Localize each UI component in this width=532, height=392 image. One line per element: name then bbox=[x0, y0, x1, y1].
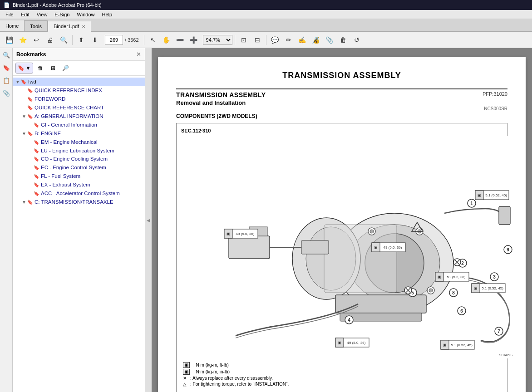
signature-button[interactable]: ✍ bbox=[296, 34, 309, 46]
svg-text:▣: ▣ bbox=[443, 343, 447, 347]
diagram-ref: SCIA6378E bbox=[499, 353, 512, 357]
find-button[interactable]: 🔍 bbox=[57, 34, 70, 46]
comment-button[interactable]: 💬 bbox=[269, 34, 281, 46]
zoom-select[interactable]: 94.7% 50% 75% 100% 125% 150% bbox=[203, 35, 232, 45]
zoom-out-button[interactable]: ➖ bbox=[174, 34, 187, 46]
panel-icon-pages[interactable]: 📋 bbox=[1, 75, 11, 85]
search-bookmark-button[interactable]: 🔎 bbox=[60, 63, 71, 74]
tab-binder[interactable]: Binder1.pdf ✕ bbox=[48, 21, 91, 32]
toggle-engine[interactable]: ▼ bbox=[21, 131, 27, 137]
page-number-input[interactable] bbox=[105, 35, 123, 45]
undo-button[interactable]: ↩ bbox=[30, 34, 43, 46]
bookmark-item-fwd[interactable]: ▼ 🔖 fwd bbox=[13, 78, 145, 86]
legend-symbol-2: ▣ bbox=[183, 369, 190, 375]
stamp-button[interactable]: 🔏 bbox=[310, 34, 322, 46]
menu-file[interactable]: File bbox=[2, 11, 17, 18]
app-icon: 📄 bbox=[4, 2, 10, 8]
bookmark-item-foreword[interactable]: 🔖 FOREWORD bbox=[13, 95, 145, 103]
bookmark-item-qri[interactable]: 🔖 QUICK REFERENCE INDEX bbox=[13, 86, 145, 95]
new-bookmark-combo[interactable]: 🔖 ▼ bbox=[15, 63, 33, 74]
bookmark-label-qri: QUICK REFERENCE INDEX bbox=[34, 87, 143, 94]
delete-bookmark-button[interactable]: 🗑 bbox=[35, 63, 46, 74]
tab-tools[interactable]: Tools bbox=[24, 20, 48, 31]
bookmark-label-co: CO - Engine Cooling System bbox=[41, 156, 143, 162]
sidebar-collapse-bar[interactable]: ◀ bbox=[145, 48, 152, 392]
panel-icon-search[interactable]: 🔍 bbox=[1, 50, 11, 60]
sec-label: SEC.112·310 bbox=[181, 128, 502, 133]
bookmark-item-qrc[interactable]: 🔖 QUICK REFERENCE CHART bbox=[13, 103, 145, 112]
svg-text:6: 6 bbox=[460, 309, 463, 314]
menu-bar: File Edit View E-Sign Window Help bbox=[0, 10, 532, 19]
prev-page-button[interactable]: ⬆ bbox=[75, 34, 88, 46]
bookmark-item-gen-info[interactable]: ▼ 🔖 A: GENERAL INFORMATION bbox=[13, 112, 145, 121]
bookmark-item-co[interactable]: 🔖 CO - Engine Cooling System bbox=[13, 155, 145, 163]
pdf-subtitle: Removal and Installation bbox=[176, 99, 507, 106]
attach-button[interactable]: 📎 bbox=[323, 34, 336, 46]
bookmark-item-gi[interactable]: 🔖 GI - General Information bbox=[13, 121, 145, 129]
bookmark-item-lu[interactable]: 🔖 LU - Engine Lubrication System bbox=[13, 147, 145, 155]
menu-help[interactable]: Help bbox=[99, 11, 116, 18]
menu-edit[interactable]: Edit bbox=[17, 11, 33, 18]
bookmark-item-trans[interactable]: ▼ 🔖 C: TRANSMISSION/TRANSAXLE bbox=[13, 198, 145, 206]
toolbar-sep-4 bbox=[266, 35, 266, 45]
svg-text:▣: ▣ bbox=[374, 245, 378, 250]
bookmark-button[interactable]: ⭐ bbox=[16, 34, 29, 46]
diagram-container: SEC.112·310 bbox=[176, 123, 507, 392]
fit-page-button[interactable]: ⊡ bbox=[237, 34, 250, 46]
bookmark-label-gi: GI - General Information bbox=[41, 122, 143, 128]
fit-width-button[interactable]: ⊟ bbox=[251, 34, 264, 46]
svg-text:3: 3 bbox=[493, 274, 496, 279]
pdf-content-area[interactable]: TRANSMISSION ASSEMBLY TRANSMISSION ASSEM… bbox=[152, 48, 532, 392]
sidebar: Bookmarks ✕ 🔖 ▼ 🗑 ⊞ 🔎 ▼ 🔖 fwd bbox=[13, 48, 145, 392]
bookmark-label-qrc: QUICK REFERENCE CHART bbox=[34, 104, 143, 111]
bookmark-item-acc[interactable]: 🔖 ACC - Accelerator Control System bbox=[13, 189, 145, 198]
expand-bookmark-button[interactable]: ⊞ bbox=[48, 63, 59, 74]
menu-window[interactable]: Window bbox=[73, 11, 98, 18]
new-bookmark-arrow: ▼ bbox=[25, 65, 31, 71]
next-page-button[interactable]: ⬇ bbox=[89, 34, 101, 46]
save-button[interactable]: 💾 bbox=[3, 34, 15, 46]
menu-esign[interactable]: E-Sign bbox=[51, 11, 73, 18]
svg-text:1: 1 bbox=[470, 201, 473, 206]
select-tool-button[interactable]: ↖ bbox=[147, 34, 159, 46]
toggle-gen-info[interactable]: ▼ bbox=[21, 113, 27, 119]
toggle-trans[interactable]: ▼ bbox=[21, 199, 27, 205]
sidebar-toolbar: 🔖 ▼ 🗑 ⊞ 🔎 bbox=[13, 61, 145, 76]
legend-row-3: ✕ : Always replace after every disassemb… bbox=[183, 376, 501, 381]
bookmark-label-engine: B: ENGINE bbox=[34, 130, 143, 137]
bookmark-item-ec[interactable]: 🔖 EC - Engine Control System bbox=[13, 163, 145, 172]
toolbar-sep-1 bbox=[72, 35, 73, 45]
panel-icon-attachments[interactable]: 📎 bbox=[1, 88, 11, 98]
panel-icon-bookmarks[interactable]: 🔖 bbox=[1, 63, 11, 73]
delete-button[interactable]: 🗑 bbox=[337, 34, 350, 46]
tab-home[interactable]: Home bbox=[0, 20, 24, 31]
page-input-group: / 3562 bbox=[105, 35, 139, 45]
bookmark-icon-acc: 🔖 bbox=[34, 191, 39, 196]
legend-text-1: : N·m (kg-m, ft-lb) bbox=[193, 363, 229, 368]
highlight-button[interactable]: ✏ bbox=[282, 34, 295, 46]
legend-row-4: △ : For tightening torque, refer to "INS… bbox=[183, 382, 501, 387]
hand-tool-button[interactable]: ✋ bbox=[160, 34, 173, 46]
bookmark-item-fl[interactable]: 🔖 FL - Fuel System bbox=[13, 172, 145, 181]
menu-view[interactable]: View bbox=[33, 11, 51, 18]
bookmark-icon-ex: 🔖 bbox=[34, 182, 39, 188]
svg-text:9: 9 bbox=[507, 247, 509, 252]
bookmark-label-fwd: fwd bbox=[28, 78, 143, 85]
print-button[interactable]: 🖨 bbox=[44, 34, 56, 46]
tab-close-button[interactable]: ✕ bbox=[82, 24, 85, 29]
pdf-ncs-ref: NCS000SR bbox=[176, 106, 507, 111]
rotate-button[interactable]: ↺ bbox=[350, 34, 363, 46]
zoom-in-button[interactable]: ➕ bbox=[187, 34, 200, 46]
pdf-page: TRANSMISSION ASSEMBLY TRANSMISSION ASSEM… bbox=[158, 57, 526, 392]
sidebar-close-button[interactable]: ✕ bbox=[136, 51, 141, 58]
toggle-fwd[interactable]: ▼ bbox=[15, 79, 21, 85]
bookmark-item-em[interactable]: 🔖 EM - Engine Mechanical bbox=[13, 138, 145, 147]
bookmark-tree[interactable]: ▼ 🔖 fwd 🔖 QUICK REFERENCE INDEX 🔖 FOREWO… bbox=[13, 76, 145, 392]
bookmark-item-ex[interactable]: 🔖 EX - Exhaust System bbox=[13, 181, 145, 189]
bookmark-label-gen-info: A: GENERAL INFORMATION bbox=[34, 113, 143, 120]
legend-symbol-3: ✕ bbox=[183, 376, 187, 381]
svg-point-19 bbox=[429, 289, 433, 292]
bookmark-item-engine[interactable]: ▼ 🔖 B: ENGINE bbox=[13, 129, 145, 138]
bookmark-icon-engine: 🔖 bbox=[27, 131, 33, 137]
bookmark-label-fl: FL - Fuel System bbox=[41, 173, 143, 180]
